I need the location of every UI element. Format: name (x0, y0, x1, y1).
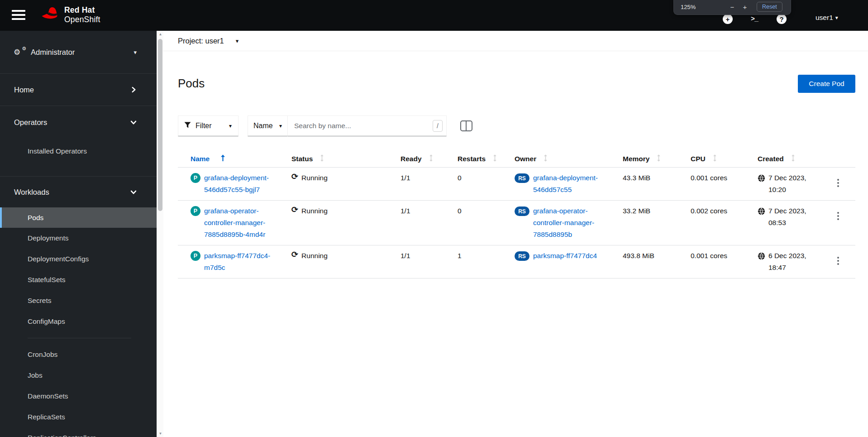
scrollbar-thumb[interactable] (158, 39, 162, 211)
keyboard-shortcut-badge: / (433, 120, 443, 132)
sidebar-item-cronjobs[interactable]: CronJobs (0, 344, 157, 365)
sidebar-item-replicationcontrollers[interactable]: ReplicationControllers (0, 427, 157, 437)
pod-link[interactable]: m7d5c (204, 262, 270, 274)
scrollbar-up-arrow-icon[interactable]: ▲ (157, 31, 164, 38)
pod-link[interactable]: parksmap-ff7477dc4- (204, 250, 270, 262)
sidebar-item-daemonsets[interactable]: DaemonSets (0, 386, 157, 407)
page-header: Pods Create Pod (163, 51, 868, 96)
restarts-value: 0 (452, 201, 509, 245)
search-type-dropdown[interactable]: Name ▾ (248, 115, 288, 136)
sidebar-item-secrets[interactable]: Secrets (0, 290, 157, 311)
owner-link[interactable]: 7885d8895b (533, 229, 594, 240)
sidebar-item-pods[interactable]: Pods (0, 207, 157, 228)
browser-zoom-popup: 125% − + Reset (673, 0, 791, 15)
quick-create-plus-icon[interactable]: + (723, 14, 733, 24)
main-content: Project: user1 ▾ Pods Create Pod Filter … (163, 31, 868, 437)
perspective-switcher[interactable]: ⚙⚙ Administrator ▾ (0, 31, 157, 73)
pod-link[interactable]: 546dd57c55-bgjl7 (204, 184, 269, 196)
owner-link[interactable]: grafana-deployment- (533, 172, 598, 184)
row-kebab-menu[interactable] (829, 250, 852, 265)
memory-value: 33.2 MiB (617, 201, 685, 245)
nav-label: ConfigMaps (28, 317, 65, 326)
help-icon[interactable]: ? (777, 14, 787, 24)
column-label: Memory (623, 155, 649, 163)
replicaset-badge: RS (515, 173, 529, 183)
column-header-name[interactable]: Name (178, 154, 286, 163)
column-label: Owner (515, 155, 536, 163)
terminal-icon[interactable]: >_ (748, 14, 761, 24)
pod-badge: P (191, 173, 200, 183)
sidebar-item-operators[interactable]: Operators (0, 106, 157, 139)
created-time: 08:53 (768, 217, 806, 229)
column-header-ready[interactable]: Ready (395, 154, 452, 163)
filter-label: Filter (196, 122, 212, 130)
globe-icon (758, 174, 765, 182)
zoom-reset-button[interactable]: Reset (757, 2, 782, 12)
nav-label: StatefulSets (28, 276, 66, 284)
column-header-created[interactable]: Created (752, 154, 824, 163)
sidebar-item-home[interactable]: Home (0, 74, 157, 106)
caret-down-icon: ▾ (236, 38, 239, 44)
memory-value: 493.8 MiB (617, 245, 685, 278)
search-box: / (288, 115, 447, 136)
manage-columns-button[interactable] (458, 118, 474, 134)
sidebar-item-workloads[interactable]: Workloads (0, 177, 157, 207)
nav-label: Pods (28, 214, 43, 222)
cpu-value: 0.001 cores (685, 168, 752, 200)
ready-value: 1/1 (395, 245, 452, 278)
search-input[interactable] (288, 115, 447, 136)
user-menu[interactable]: user1 ▾ (816, 14, 838, 22)
row-kebab-menu[interactable] (829, 205, 852, 220)
sidebar-item-configmaps[interactable]: ConfigMaps (0, 311, 157, 332)
restarts-value: 0 (452, 168, 509, 200)
project-selector[interactable]: Project: user1 ▾ (178, 37, 238, 45)
pod-link[interactable]: controller-manager- (204, 217, 265, 229)
pod-link[interactable]: grafana-operator- (204, 205, 265, 217)
sort-icon (713, 154, 717, 163)
nav-label: Workloads (14, 188, 49, 197)
sort-ascending-icon (220, 154, 225, 163)
owner-link[interactable]: controller-manager- (533, 217, 594, 229)
zoom-in-button[interactable]: + (739, 3, 751, 11)
column-header-status[interactable]: Status (286, 154, 395, 163)
scrollbar-down-arrow-icon[interactable]: ▼ (157, 430, 164, 437)
owner-link[interactable]: 546dd57c55 (533, 184, 598, 196)
sidebar-item-statefulsets[interactable]: StatefulSets (0, 269, 157, 290)
sidebar-nav: ⚙⚙ Administrator ▾ Home Operators Instal… (0, 31, 157, 437)
sidebar-item-replicasets[interactable]: ReplicaSets (0, 407, 157, 427)
sidebar-item-installed-operators[interactable]: Installed Operators (0, 139, 157, 164)
column-header-restarts[interactable]: Restarts (452, 154, 509, 163)
replicaset-badge: RS (515, 206, 529, 216)
owner-link[interactable]: parksmap-ff7477dc4 (533, 250, 597, 262)
row-kebab-menu[interactable] (829, 172, 852, 187)
cpu-value: 0.001 cores (685, 245, 752, 278)
pod-link[interactable]: 7885d8895b-4md4r (204, 229, 265, 240)
page-title: Pods (178, 77, 205, 91)
ready-value: 1/1 (395, 201, 452, 245)
owner-link[interactable]: grafana-operator- (533, 205, 594, 217)
sidebar-scrollbar[interactable]: ▲ ▼ (157, 31, 163, 437)
sidebar-item-deploymentconfigs[interactable]: DeploymentConfigs (0, 249, 157, 269)
table-row: P parksmap-ff7477dc4- m7d5c ⟳ Running 1/… (178, 245, 855, 279)
table-header-row: Name Status Ready Restarts Owner (178, 151, 855, 167)
sidebar-item-jobs[interactable]: Jobs (0, 365, 157, 386)
sort-icon (657, 154, 661, 163)
nav-label: Installed Operators (28, 147, 87, 155)
filter-funnel-icon (184, 122, 191, 130)
column-header-cpu[interactable]: CPU (685, 154, 752, 163)
chevron-down-icon: ▾ (835, 14, 838, 21)
username: user1 (816, 14, 833, 22)
column-header-memory[interactable]: Memory (617, 154, 685, 163)
gears-icon: ⚙⚙ (14, 48, 25, 57)
filter-dropdown[interactable]: Filter ▾ (178, 115, 238, 136)
sidebar-item-deployments[interactable]: Deployments (0, 228, 157, 249)
pod-link[interactable]: grafana-deployment- (204, 172, 269, 184)
create-pod-button[interactable]: Create Pod (798, 75, 855, 93)
table-row: P grafana-deployment- 546dd57c55-bgjl7 ⟳… (178, 167, 855, 200)
created-time: 10:20 (768, 184, 806, 196)
toolbar: Filter ▾ Name ▾ / (178, 115, 474, 136)
column-label: Created (758, 155, 784, 163)
column-header-owner[interactable]: Owner (509, 154, 617, 163)
zoom-out-button[interactable]: − (726, 3, 739, 11)
columns-icon (460, 120, 472, 131)
